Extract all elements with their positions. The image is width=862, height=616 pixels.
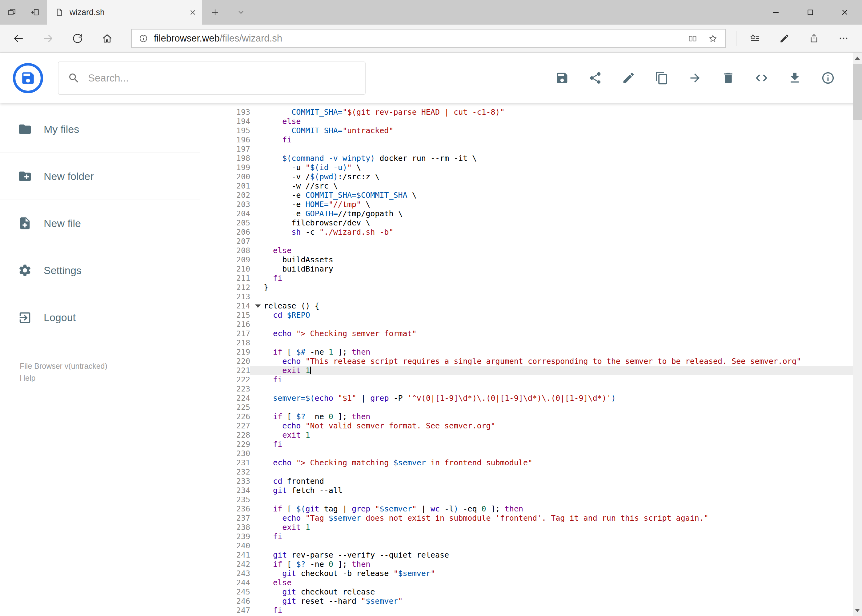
code-text[interactable]	[250, 145, 853, 154]
code-text[interactable]: -u "$(id -u)" \	[250, 163, 853, 172]
code-text[interactable]	[250, 320, 853, 329]
code-text[interactable]: echo "> Checking matching $semver in fro…	[250, 458, 853, 467]
edit-icon[interactable]	[622, 71, 635, 85]
code-text[interactable]: if [ $(git tag | grep "$semver" | wc -l)…	[250, 504, 853, 514]
sidebar-item-my-files[interactable]: My files	[0, 106, 200, 153]
code-text[interactable]	[250, 292, 853, 302]
code-text[interactable]: git reset --hard "$semver"	[250, 597, 853, 606]
scroll-up-arrow[interactable]	[853, 53, 862, 63]
code-text[interactable]: if [ $? -ne 0 ]; then	[250, 412, 853, 421]
back-button[interactable]	[4, 28, 33, 49]
new-tab-button[interactable]	[202, 0, 228, 25]
code-text[interactable]: filebrowser/dev \	[250, 218, 853, 228]
code-text[interactable]: git checkout release	[250, 588, 853, 597]
code-text[interactable]: fi	[250, 135, 853, 145]
scroll-down-arrow[interactable]	[853, 605, 862, 615]
window-close-button[interactable]	[827, 0, 862, 25]
code-text[interactable]: if [ $# -ne 1 ]; then	[250, 347, 853, 357]
code-text[interactable]: fi	[250, 274, 853, 283]
code-text[interactable]: fi	[250, 532, 853, 541]
share-icon[interactable]	[588, 71, 602, 85]
favorite-star-button[interactable]	[703, 30, 723, 47]
code-text[interactable]: COMMIT_SHA="$(git rev-parse HEAD | cut -…	[250, 108, 853, 117]
sidebar-item-settings[interactable]: Settings	[0, 247, 200, 294]
search-input[interactable]	[88, 72, 356, 84]
minimize-button[interactable]	[759, 0, 793, 25]
info-circle-icon[interactable]	[821, 71, 835, 85]
code-text[interactable]: COMMIT_SHA="untracked"	[250, 126, 853, 135]
web-note-button[interactable]	[770, 28, 799, 49]
code-text[interactable]: -e COMMIT_SHA=$COMMIT_SHA \	[250, 191, 853, 200]
code-text[interactable]: buildAssets	[250, 255, 853, 264]
home-button[interactable]	[92, 28, 122, 49]
delete-icon[interactable]	[721, 71, 735, 85]
browser-tab[interactable]: wizard.sh	[47, 0, 202, 25]
tab-list-chevron[interactable]	[228, 0, 254, 25]
code-icon[interactable]	[755, 71, 769, 85]
code-text[interactable]	[250, 495, 853, 504]
code-text[interactable]: git checkout -b release "$semver"	[250, 569, 853, 578]
help-link[interactable]: Help	[20, 372, 200, 384]
code-text[interactable]: git rev-parse --verify --quiet release	[250, 550, 853, 560]
sidebar-item-new-folder[interactable]: New folder	[0, 153, 200, 200]
code-text[interactable]: else	[250, 578, 853, 588]
tab-close-icon[interactable]	[189, 9, 197, 16]
code-text[interactable]: exit 1	[250, 366, 853, 375]
code-text[interactable]: semver=$(echo "$1" | grep -P '^v(0|[1-9]…	[250, 394, 853, 403]
code-text[interactable]: cd frontend	[250, 477, 853, 486]
code-text[interactable]	[250, 449, 853, 458]
site-info-icon[interactable]	[136, 31, 151, 46]
share-button[interactable]	[799, 28, 829, 49]
code-text[interactable]: buildBinary	[250, 264, 853, 274]
code-text[interactable]: echo "Not valid semver format. See semve…	[250, 421, 853, 431]
code-text[interactable]	[250, 467, 853, 477]
code-text[interactable]: }	[250, 283, 853, 292]
sidebar-item-new-file[interactable]: New file	[0, 200, 200, 247]
code-text[interactable]: -w //src \	[250, 181, 853, 191]
refresh-button[interactable]	[63, 28, 92, 49]
code-text[interactable]: sh -c "./wizard.sh -b"	[250, 228, 853, 237]
code-text[interactable]: fi	[250, 606, 853, 615]
sidebar-item-logout[interactable]: Logout	[0, 294, 200, 341]
code-text[interactable]: fi	[250, 375, 853, 384]
reading-view-button[interactable]	[682, 30, 703, 47]
copy-icon[interactable]	[655, 71, 669, 85]
code-text[interactable]: -v /$(pwd):/src:z \	[250, 172, 853, 181]
code-text[interactable]: exit 1	[250, 523, 853, 532]
search-box[interactable]	[58, 61, 366, 95]
hub-button[interactable]	[740, 28, 770, 49]
more-button[interactable]	[829, 28, 858, 49]
code-text[interactable]: git fetch --all	[250, 486, 853, 495]
tab-preview-toggle[interactable]	[0, 0, 24, 25]
app-logo[interactable]	[13, 63, 43, 93]
code-text[interactable]: -e HOME="//tmp" \	[250, 200, 853, 209]
maximize-button[interactable]	[793, 0, 827, 25]
code-text[interactable]	[250, 384, 853, 394]
url-text[interactable]: filebrowser.web/files/wizard.sh	[154, 33, 682, 44]
code-text[interactable]: fi	[250, 440, 853, 449]
code-text[interactable]	[250, 403, 853, 412]
code-text[interactable]: echo "> Checking semver format"	[250, 329, 853, 338]
code-text[interactable]: release () {	[250, 302, 853, 311]
code-text[interactable]: echo "This release script requires a sin…	[250, 357, 853, 366]
move-icon[interactable]	[688, 71, 702, 85]
code-text[interactable]: exit 1	[250, 431, 853, 440]
code-text[interactable]	[250, 338, 853, 347]
address-bar[interactable]: filebrowser.web/files/wizard.sh	[131, 29, 726, 48]
code-text[interactable]: -e GOPATH=//tmp/gopath \	[250, 209, 853, 218]
code-text[interactable]: else	[250, 117, 853, 126]
scroll-thumb[interactable]	[853, 64, 862, 120]
fold-marker-icon[interactable]	[255, 305, 261, 308]
code-text[interactable]: echo "Tag $semver does not exist in subm…	[250, 514, 853, 523]
save-icon[interactable]	[555, 71, 569, 85]
code-text[interactable]	[250, 237, 853, 246]
code-text[interactable]	[250, 541, 853, 550]
set-tabs-aside-button[interactable]	[24, 0, 47, 25]
download-icon[interactable]	[788, 71, 802, 85]
code-text[interactable]: $(command -v winpty) docker run --rm -it…	[250, 154, 853, 163]
code-text[interactable]: if [ $? -ne 0 ]; then	[250, 560, 853, 569]
code-text[interactable]: cd $REPO	[250, 311, 853, 320]
forward-button[interactable]	[33, 28, 63, 49]
code-text[interactable]: else	[250, 246, 853, 255]
vertical-scrollbar[interactable]	[853, 53, 862, 616]
